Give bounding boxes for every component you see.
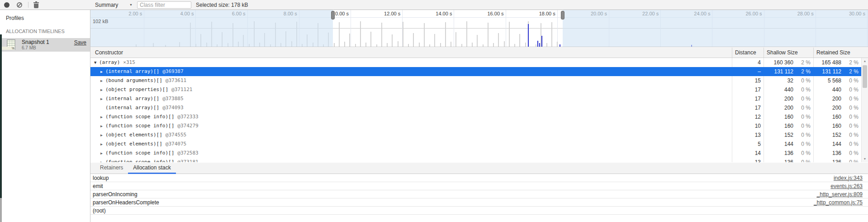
constructor-name: (function scope info)[] — [105, 159, 174, 162]
stack-frame-row[interactable]: emitevents.js:263 — [90, 182, 868, 190]
time-tick-label: 16.00 s — [455, 11, 504, 17]
allocation-bar — [445, 22, 446, 47]
expand-icon[interactable]: ▶ — [100, 149, 105, 158]
y-axis-label: 102 kB — [93, 19, 108, 24]
table-row[interactable]: ▶(object properties)[]@371121174400 %440… — [90, 85, 861, 94]
allocation-bar — [557, 42, 558, 47]
tab-retainers[interactable]: Retainers — [95, 163, 128, 174]
toolbar-separator — [28, 2, 28, 8]
column-header-retained-size[interactable]: Retained Size — [813, 48, 868, 58]
retained-size-value: 200 — [814, 94, 845, 103]
table-scrollbar[interactable]: ▲ ▼ — [861, 58, 868, 162]
constructor-name: (object properties)[] — [105, 87, 168, 92]
scroll-down-icon[interactable]: ▼ — [862, 156, 868, 162]
allocation-bar — [424, 23, 425, 47]
constructor-name: (internal array)[] — [105, 68, 159, 74]
expand-icon[interactable]: ▶ — [100, 131, 105, 140]
retained-size-percent: 0 % — [845, 76, 861, 85]
expand-icon[interactable]: ▶ — [100, 68, 105, 76]
save-link[interactable]: Save — [74, 39, 86, 46]
table-row[interactable]: ▶(function scope info)[]@374279101600 %1… — [90, 121, 861, 130]
shallow-size-percent: 0 % — [797, 85, 813, 94]
expand-icon[interactable]: ▶ — [100, 77, 105, 85]
chevron-down-icon[interactable]: ▼ — [129, 0, 133, 10]
stack-frame-row[interactable]: lookupindex.js:343 — [90, 174, 868, 182]
heap-grid-header: Constructor Distance Shallow Size Retain… — [90, 48, 868, 58]
retained-size-value: 5 568 — [814, 76, 845, 85]
stack-frame-row[interactable]: parserOnIncoming_http_server.js:809 — [90, 190, 868, 198]
expand-icon[interactable]: ▶ — [100, 95, 105, 103]
table-row[interactable]: ▶(object elements)[]@374555131520 %1520 … — [90, 130, 861, 140]
allocation-bar — [355, 44, 356, 47]
stack-frame-row[interactable]: parserOnHeadersComplete_http_common.js:7… — [90, 198, 868, 207]
constructor-name: (internal array)[] — [105, 105, 159, 111]
table-row[interactable]: ▶(internal array)[]@369387–131 1122 %131… — [90, 67, 861, 76]
table-row[interactable]: ▶(internal array)[]@373885172000 %2000 % — [90, 94, 861, 103]
shallow-size-value: 200 — [764, 103, 797, 112]
table-row[interactable]: ▶(object elements)[]@37407551440 %1440 % — [90, 140, 861, 149]
scrollbar-thumb[interactable] — [863, 65, 867, 88]
allocation-bar — [419, 43, 420, 47]
sidebar-item-snapshot-1[interactable]: % Snapshot 1 6.7 MB Save — [0, 38, 90, 52]
allocation-bar — [546, 43, 547, 47]
distance-value: 17 — [732, 94, 764, 103]
profiles-sidebar: Profiles ALLOCATION TIMELINES % Snapshot… — [0, 10, 90, 222]
allocation-timelines-section-title: ALLOCATION TIMELINES — [6, 29, 65, 34]
column-header-distance[interactable]: Distance — [732, 48, 764, 58]
source-location-link[interactable]: events.js:263 — [830, 183, 868, 189]
source-location-link[interactable]: _http_common.js:75 — [814, 199, 868, 206]
retained-size-percent: 0 % — [845, 130, 861, 140]
table-row[interactable]: ▼(array)×3154160 3602 %165 4882 % — [90, 58, 861, 67]
selected-size-label: Selected size: 178 kB — [196, 0, 248, 10]
scroll-up-icon[interactable]: ▲ — [862, 58, 868, 64]
source-location-link[interactable]: index.js:343 — [834, 175, 868, 181]
time-tick-label: 18.00 s — [507, 11, 555, 17]
table-row[interactable]: ▶(function scope info)[]@373181131360 %1… — [90, 158, 861, 162]
selection-handle-right[interactable] — [561, 11, 564, 19]
class-filter-input[interactable] — [137, 1, 191, 9]
collapse-icon[interactable]: ▼ — [94, 58, 99, 67]
profiles-heading: Profiles — [6, 15, 24, 21]
retained-size-value: 131 112 — [814, 67, 845, 76]
table-row[interactable]: ▶(function scope info)[]@372583141360 %1… — [90, 149, 861, 158]
retained-size-percent: 0 % — [845, 103, 861, 112]
distance-value: 15 — [732, 76, 764, 85]
column-header-shallow-size[interactable]: Shallow Size — [764, 48, 813, 58]
record-icon[interactable] — [4, 2, 9, 8]
table-row[interactable]: (internal array)[]@374093172000 %2000 % — [90, 103, 861, 112]
expand-icon[interactable]: ▶ — [100, 86, 105, 94]
perspective-select[interactable]: Summary — [95, 0, 118, 10]
table-row[interactable]: ▶(bound arguments)[]@37361115320 %5 5680… — [90, 76, 861, 85]
time-gridline — [351, 10, 351, 47]
allocation-timeline-overview[interactable]: 2.00 s4.00 s6.00 s8.00 s10.00 s12.00 s14… — [90, 10, 868, 47]
frame-function-name: parserOnHeadersComplete — [90, 199, 814, 206]
expand-icon[interactable]: ▶ — [100, 158, 105, 162]
object-id: @373885 — [162, 96, 183, 101]
delete-profile-icon[interactable] — [33, 2, 39, 8]
time-gridline — [557, 10, 558, 47]
clear-all-icon[interactable] — [17, 2, 22, 8]
shallow-size-value: 136 — [764, 149, 797, 158]
allocation-bar — [376, 44, 377, 47]
selection-handle-left[interactable] — [331, 11, 335, 19]
source-location-link[interactable]: _http_server.js:809 — [817, 191, 868, 198]
table-row[interactable]: ▶(function scope info)[]@372333121600 %1… — [90, 112, 861, 121]
shallow-size-value: 160 360 — [764, 58, 797, 67]
shallow-size-percent: 0 % — [797, 112, 813, 121]
shallow-size-value: 136 — [764, 158, 797, 162]
expand-icon[interactable]: ▶ — [100, 113, 105, 121]
tab-allocation-stack[interactable]: Allocation stack — [128, 163, 175, 174]
retained-size-percent: 0 % — [845, 149, 861, 158]
column-header-constructor[interactable]: Constructor — [90, 48, 732, 58]
stack-frame-row[interactable]: (root) — [90, 207, 868, 215]
shallow-size-value: 131 112 — [764, 67, 797, 76]
expand-icon[interactable]: ▶ — [100, 122, 105, 130]
distance-value: 13 — [732, 130, 764, 140]
retained-size-value: 144 — [814, 140, 845, 149]
allocation-bar — [398, 41, 398, 47]
allocation-bar — [514, 44, 515, 47]
expand-icon[interactable]: ▶ — [100, 140, 105, 149]
allocation-bar — [488, 23, 489, 47]
shallow-size-value: 440 — [764, 85, 797, 94]
allocation-bar — [334, 43, 335, 47]
